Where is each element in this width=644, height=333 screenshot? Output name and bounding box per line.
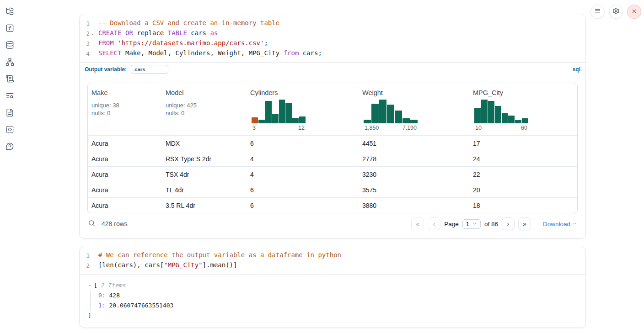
table-row[interactable]: AcuraTL 4dr6357520 [88,182,577,197]
code-token: FROM [98,39,114,47]
table-row[interactable]: Acura3.5 RL 4dr6388018 [88,197,577,213]
fold-spacer [90,38,95,48]
code-token: cars; [299,49,322,57]
fold-spacer [90,48,95,58]
sidebar-item-variables[interactable] [5,24,14,33]
data-table: Make unique: 38 nulls: 0 Model unique: 4… [87,83,578,213]
file-text-icon [5,108,14,119]
table-row[interactable]: AcuraRSX Type S 2dr4277824 [88,151,577,166]
first-page-button[interactable]: « [411,217,424,230]
fold-spacer [90,18,95,28]
code-text[interactable]: FROM 'https://datasets.marimo.app/cars.c… [95,38,268,48]
sidebar-item-file-explorer[interactable] [5,7,14,16]
next-page-button[interactable]: › [502,217,515,230]
table-cell: 4 [247,171,359,178]
sidebar-item-snippets[interactable] [5,126,14,135]
last-page-button[interactable]: » [518,217,531,230]
weight-histogram: 1,8507,190 [364,100,418,131]
tree-entry-value: 428 [109,292,119,299]
line-number: 1 [80,250,90,260]
stat-unique: unique: 38 [91,101,158,109]
histogram-bars [252,100,306,123]
table-cell: 3880 [359,202,469,209]
settings-button[interactable] [609,5,623,19]
table-footer: 428 rows « ‹ Page 1 of 86 › » Downl [87,214,578,234]
hist-min-label: 1,850 [365,125,379,131]
hist-bar [371,104,379,123]
table-cell: 22 [469,171,577,178]
hist-bar [502,113,508,123]
stat-nulls: nulls: 0 [166,109,243,117]
hist-min-label: 10 [475,125,482,131]
column-header-weight[interactable]: Weight 1,8507,190 [359,83,469,135]
code-token: CREATE OR [98,29,133,37]
code-token: cars [187,29,210,37]
table-cell: 2778 [359,155,469,163]
hist-bar [265,101,272,123]
tree-entry-key: 1: [98,302,106,309]
table-row[interactable]: AcuraMDX6445117 [88,135,577,151]
page-select[interactable]: 1 [462,219,481,229]
output-variable-label: Output variable: [85,66,127,73]
prev-page-button[interactable]: ‹ [428,217,440,230]
table-cell: TSX 4dr [162,171,247,178]
tree-collapse-chevron-icon[interactable] [88,284,92,288]
page-label: Page [444,221,459,227]
mpg-city-histogram: 1060 [474,100,528,131]
sql-cell-output: Make unique: 38 nulls: 0 Model unique: 4… [80,76,585,238]
scroll-text-icon [5,74,14,85]
close-x-icon [631,8,637,16]
sidebar-item-data-sources[interactable] [5,41,14,50]
shutdown-button[interactable] [627,5,641,19]
output-variable-input[interactable] [131,65,168,74]
code-token: ; [264,39,268,47]
hist-bar [488,101,494,123]
hist-bar [410,120,418,123]
column-header-mpg-city[interactable]: MPG_City 1060 [469,83,577,135]
sidebar-item-dependency-graph[interactable] [5,58,14,67]
code-text[interactable]: SELECT Make, Model, Cylinders, Weight, M… [95,48,322,58]
column-header-model[interactable]: Model unique: 425 nulls: 0 [162,83,247,135]
sql-cell: 1-- Download a CSV and create an in-memo… [79,14,586,239]
code-line: 1-- Download a CSV and create an in-memo… [80,18,585,28]
column-header-cylinders[interactable]: Cylinders 312 [247,83,359,135]
table-cell: 6 [247,202,359,209]
code-line: 3FROM 'https://datasets.marimo.app/cars.… [80,38,585,48]
menu-button[interactable] [590,5,605,19]
sidebar-item-scratchpad[interactable] [5,75,14,84]
search-icon [88,219,96,229]
column-header-make[interactable]: Make unique: 38 nulls: 0 [88,83,162,135]
tree-entry-value: 20.060747663551403 [109,302,173,309]
table-cell: 24 [469,155,577,163]
sidebar-item-logs[interactable] [5,92,14,101]
fold-spacer [90,250,95,260]
tree-entry-key: 0: [98,292,106,299]
code-text[interactable]: [len(cars), cars["MPG_City"].mean()] [95,260,237,270]
hist-min-label: 3 [252,125,256,131]
table-cell: 20 [469,186,577,194]
sql-code-editor[interactable]: 1-- Download a CSV and create an in-memo… [80,14,585,62]
python-code-editor[interactable]: 1# We can reference the output variable … [80,246,585,274]
fold-chevron-icon[interactable] [90,28,95,38]
cell-language-label: sql [573,66,580,73]
table-cell: Acura [88,202,162,209]
download-button[interactable]: Download [543,221,577,227]
pagination: « ‹ Page 1 of 86 › » Download [411,217,577,230]
table-search-button[interactable] [88,219,96,229]
sidebar-item-help[interactable] [5,143,14,152]
table-cell: MDX [162,140,247,147]
code-text[interactable]: CREATE OR replace TABLE cars as [95,28,218,38]
gear-icon [612,7,620,16]
code-text[interactable]: -- Download a CSV and create an in-memor… [95,18,279,28]
hamburger-menu-icon [594,7,601,16]
table-cell: 18 [469,202,577,209]
table-row[interactable]: AcuraTSX 4dr4323022 [88,166,577,182]
code-token: -- Download a CSV and create an in-memor… [98,19,279,26]
column-stats: unique: 425 nulls: 0 [166,101,243,117]
hist-max-label: 60 [521,125,527,131]
table-cell: Acura [88,140,162,147]
code-text[interactable]: # We can reference the output variable a… [95,250,341,260]
code-token: SELECT [98,49,122,57]
sidebar-item-documentation[interactable] [5,109,14,118]
code-line: 4SELECT Make, Model, Cylinders, Weight, … [80,48,585,58]
